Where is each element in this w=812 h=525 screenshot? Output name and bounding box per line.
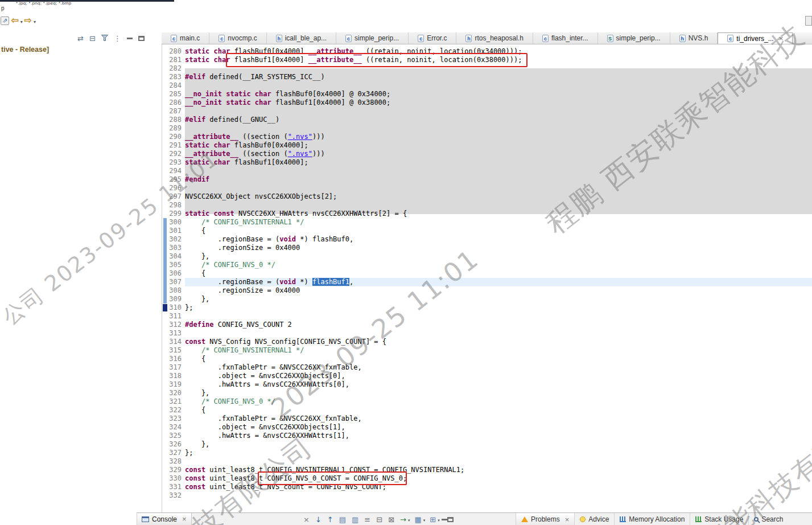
code-line[interactable]: 324 .object = &nvsCC26XXObjects[1], <box>162 423 812 432</box>
line-number[interactable]: 322 <box>168 406 185 415</box>
forward-icon[interactable]: ⇨ <box>24 16 32 25</box>
line-number[interactable]: 289 <box>168 124 185 133</box>
line-number[interactable]: 286 <box>168 99 185 107</box>
scroll-lock-icon[interactable]: ⊟ <box>376 516 382 523</box>
line-number[interactable]: 280 <box>168 47 185 56</box>
line-number[interactable]: 318 <box>168 372 185 380</box>
code-line[interactable]: 290__attribute__ ((section (".nvs"))) <box>162 133 812 141</box>
line-number[interactable]: 281 <box>168 56 185 64</box>
relaunch-icon[interactable]: → <box>400 516 406 523</box>
close-icon[interactable]: × <box>779 35 784 42</box>
line-number[interactable]: 320 <box>168 389 185 397</box>
line-number[interactable]: 329 <box>168 466 185 474</box>
line-number[interactable]: 323 <box>168 415 185 423</box>
dropdown-caret-icon[interactable]: ▾ <box>438 518 440 523</box>
line-number[interactable]: 332 <box>168 491 185 500</box>
code-line[interactable]: 311 <box>162 312 812 321</box>
line-number[interactable]: 309 <box>168 295 185 303</box>
tab-console[interactable]: Console × <box>137 513 192 525</box>
view-menu-icon[interactable]: ⋮ <box>114 35 121 42</box>
code-line[interactable]: 317 .fxnTablePtr = &NVSCC26XX_fxnTable, <box>162 363 812 372</box>
code-line[interactable]: 328 <box>162 457 812 466</box>
forward-history-caret-icon[interactable]: ▾ <box>34 19 36 24</box>
line-number[interactable]: 299 <box>168 210 185 218</box>
back-history-caret-icon[interactable]: ▾ <box>20 19 23 24</box>
code-line[interactable]: 321 /* CONFIG_NVS_0 */ <box>162 397 812 406</box>
line-number[interactable]: 302 <box>168 235 185 244</box>
line-number[interactable]: 284 <box>168 81 185 90</box>
line-number[interactable]: 310 <box>168 303 185 312</box>
code-line[interactable]: 327}; <box>162 449 812 457</box>
line-number[interactable]: 285 <box>168 90 185 99</box>
maximize-icon[interactable] <box>138 36 145 41</box>
line-number[interactable]: 313 <box>168 329 185 338</box>
show-stdout-console-icon[interactable]: ▤ <box>339 516 346 523</box>
editor-tab-ti-drivers[interactable]: cti_drivers_...× <box>718 32 793 44</box>
show-next-console-icon[interactable]: ↓ <box>315 516 321 523</box>
line-number[interactable]: 304 <box>168 252 185 261</box>
line-number[interactable]: 315 <box>168 346 185 355</box>
open-console-icon[interactable]: ⊞ <box>430 516 436 523</box>
code-line[interactable]: 308 .regionSize = 0x4000 <box>162 286 812 295</box>
view-tab-problems[interactable]: Problems× <box>516 513 574 525</box>
window-control-fragment[interactable] <box>805 16 812 26</box>
editor-tab-rtos-heaposal-h[interactable]: hrtos_heaposal.h <box>456 32 533 44</box>
code-line[interactable]: 285__no_init static char flashBuf0[0x400… <box>162 90 812 99</box>
line-number[interactable]: 307 <box>168 278 185 286</box>
show-stderr-console-icon[interactable]: ▥ <box>352 516 358 523</box>
view-tab-search[interactable]: Search <box>748 513 788 525</box>
code-line[interactable]: 292__attribute__ ((section (".nvs"))) <box>162 150 812 158</box>
code-line[interactable]: 300 /* CONFIG_NVSINTERNAL1 */ <box>162 218 812 227</box>
code-line[interactable]: 284 <box>162 81 812 90</box>
maximize-view-icon[interactable] <box>447 517 454 522</box>
line-number[interactable]: 311 <box>168 312 185 321</box>
editor-tab-main-c[interactable]: cmain.c <box>162 32 209 44</box>
line-number[interactable]: 306 <box>168 269 185 278</box>
word-wrap-icon[interactable]: ≡ <box>364 516 370 523</box>
code-line[interactable]: 332 <box>162 491 812 500</box>
code-line[interactable]: 310}; <box>162 303 812 312</box>
line-number[interactable]: 292 <box>168 150 185 158</box>
code-line[interactable]: 320 }, <box>162 389 812 397</box>
code-line[interactable]: 313 <box>162 329 812 338</box>
code-line[interactable]: 303 .regionSize = 0x4000 <box>162 244 812 252</box>
clear-on-launch-icon[interactable]: ⊠ <box>388 516 394 523</box>
line-number[interactable]: 316 <box>168 355 185 363</box>
back-icon[interactable]: ⇦ <box>11 16 18 25</box>
display-console-icon[interactable]: ▦ <box>414 516 421 523</box>
editor-tab-simple-perip[interactable]: Ssimple_perip... <box>598 32 670 44</box>
code-line[interactable]: 316 { <box>162 355 812 363</box>
collapse-all-icon[interactable]: ⊟ <box>89 35 96 42</box>
code-line[interactable]: 309 }, <box>162 295 812 303</box>
editor-tab-flash-inter[interactable]: cflash_inter... <box>533 32 598 44</box>
code-line[interactable]: 283#elif defined(__IAR_SYSTEMS_ICC__) <box>162 73 812 81</box>
line-number[interactable]: 330 <box>168 474 185 483</box>
code-line[interactable]: 307 .regionBase = (void *) flashBuf1, <box>162 278 812 286</box>
editor-tab-error-c[interactable]: cError.c <box>409 32 456 44</box>
line-number[interactable]: 326 <box>168 440 185 449</box>
line-number[interactable]: 321 <box>168 397 185 406</box>
code-line[interactable]: 312#define CONFIG_NVS_COUNT 2 <box>162 321 812 329</box>
line-number[interactable]: 283 <box>168 73 185 81</box>
dropdown-caret-icon[interactable]: ▾ <box>408 518 410 523</box>
line-number[interactable]: 331 <box>168 483 185 491</box>
clear-console-icon[interactable]: × <box>303 516 310 523</box>
code-line[interactable]: 301 { <box>162 227 812 235</box>
code-line[interactable]: 288#elif defined(__GNUC__) <box>162 116 812 124</box>
code-line[interactable]: 306 { <box>162 269 812 278</box>
view-tab-advice[interactable]: Advice <box>574 513 614 525</box>
line-number[interactable]: 301 <box>168 227 185 235</box>
code-line[interactable]: 295#endif <box>162 175 812 184</box>
code-line[interactable]: 299static const NVSCC26XX_HWAttrs nvsCC2… <box>162 210 812 218</box>
code-line[interactable]: 323 .fxnTablePtr = &NVSCC26XX_fxnTable, <box>162 415 812 423</box>
filter-icon[interactable] <box>101 35 108 42</box>
line-number[interactable]: 293 <box>168 158 185 167</box>
line-number[interactable]: 288 <box>168 116 185 124</box>
code-line[interactable]: 326 }, <box>162 440 812 449</box>
editor-tab-nvocmp-c[interactable]: cnvocmp.c <box>209 32 266 44</box>
code-line[interactable]: 322 { <box>162 406 812 415</box>
show-previous-console-icon[interactable]: ↑ <box>327 516 333 523</box>
view-tab-memory-allocation[interactable]: Memory Allocation <box>614 513 690 525</box>
line-number[interactable]: 305 <box>168 261 185 269</box>
line-number[interactable]: 294 <box>168 167 185 175</box>
